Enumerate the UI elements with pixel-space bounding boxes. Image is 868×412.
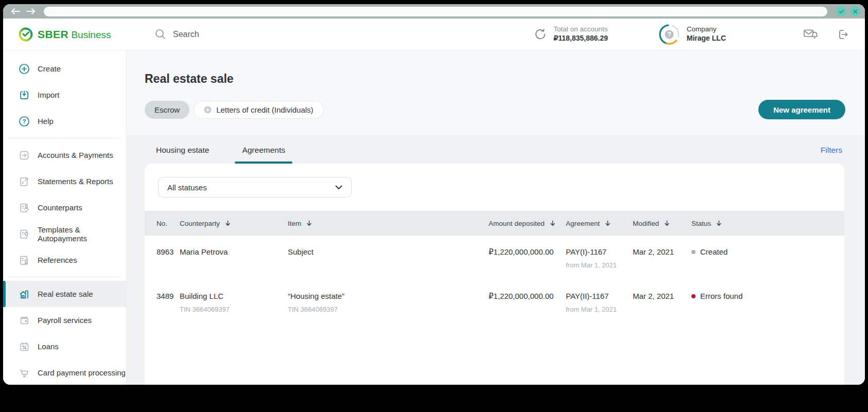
sidebar-item-real-estate-sale[interactable]: Real estate sale [3,281,126,307]
company-name: Mirage LLC [687,34,726,43]
square-arrow-icon [19,150,30,161]
sidebar-item-label: Loans [38,342,59,351]
sidebar-item-accounts-payments[interactable]: Accounts & Payments [3,142,126,168]
cell-agreement: PAY(II)-1167 from Mar 1, 2021 [566,292,633,314]
product-chips-row: Escrow Letters of credit (Individuals) N… [145,100,845,119]
content-section: Housing estate Agreements Filters All st… [127,135,865,385]
sidebar: Create Import ? Help Accounts & Payment [3,50,127,385]
svg-text:?: ? [22,118,26,124]
cell-amount: ₽1,220,000,000.00 [489,292,566,301]
search-placeholder: Search [173,30,199,39]
new-agreement-button[interactable]: New agreement [758,100,845,119]
address-bar[interactable] [44,7,827,16]
help-circle-icon: ? [19,116,30,127]
tabs-row: Housing estate Agreements Filters [145,135,844,164]
sidebar-item-statements-reports[interactable]: Statements & Reports [3,168,126,194]
cell-counterparty: Maria Petrova [180,247,288,257]
sidebar-item-label: Help [38,117,54,126]
table-row[interactable]: 8963 Maria Petrova Subject ₽1,220,000,00… [145,236,844,280]
browser-back-button[interactable] [8,8,23,15]
wallet-icon [19,315,30,326]
tab-agreements[interactable]: Agreements [242,135,285,164]
arrow-left-icon [10,8,21,15]
cell-modified: Mar 2, 2021 [633,292,691,301]
browser-forward-button[interactable] [23,8,39,15]
cart-icon: ₽ [19,367,30,379]
column-header-modified[interactable]: Modified [633,220,691,227]
sidebar-item-counterparts[interactable]: Counterparts [3,194,126,221]
sidebar-item-card-payment-processing[interactable]: ₽ Card payment processing [3,360,126,385]
sidebar-item-label: Payroll services [38,316,92,325]
chip-label: Letters of credit (Individuals) [216,105,313,114]
agreements-card: All statuses No. Counterparty [145,164,844,385]
sidebar-item-label: Statements & Reports [38,177,113,186]
mail-bell-icon [803,28,819,41]
filters-link[interactable]: Filters [819,135,844,164]
sort-icon [605,220,611,226]
sidebar-item-references[interactable]: References [3,247,126,273]
page-title: Real estate sale [145,72,845,86]
sidebar-item-label: Templates & Autopayments [38,225,126,243]
sort-icon [306,220,312,226]
sort-icon [664,220,670,226]
column-header-agreement[interactable]: Agreement [566,220,633,227]
sidebar-item-label: Card payment processing [38,368,126,377]
logout-button[interactable] [837,28,849,41]
window-confirm-button[interactable] [836,6,846,16]
sidebar-item-label: Import [38,91,60,99]
status-label: Errors found [700,292,743,301]
status-label: Created [700,247,727,257]
sidebar-item-import[interactable]: Import [3,82,126,108]
brand-suffix: Business [71,29,111,40]
search-icon [154,28,166,40]
search-input[interactable]: Search [154,28,199,40]
column-header-item[interactable]: Item [288,220,489,227]
close-icon [853,9,858,14]
sidebar-item-help[interactable]: ? Help [3,108,126,134]
item-tin: TIN 3664069397 [288,306,489,314]
table-header: No. Counterparty Item Amount deposited [145,211,844,236]
total-value: ₽118,835,886.29 [553,34,607,43]
cell-item: “Housing estate” TIN 3664069397 [288,292,489,314]
header-actions [803,28,849,41]
window-close-button[interactable] [850,6,860,16]
sidebar-item-templates-autopayments[interactable]: Templates & Autopayments [3,221,126,247]
cell-no: 8963 [157,247,180,257]
arrow-right-icon [26,8,36,15]
import-icon [19,89,30,101]
sidebar-divider [8,138,120,138]
cell-status: Created [691,247,844,257]
column-header-amount-deposited[interactable]: Amount deposited [489,220,566,227]
sidebar-item-loans[interactable]: Loans [3,333,126,360]
brand-logo[interactable]: SBER Business [19,27,138,42]
company-selector[interactable]: ? Company Mirage LLC [658,24,726,45]
sidebar-item-create[interactable]: Create [3,56,126,82]
cell-agreement: PAY(I)-1167 from Mar 1, 2021 [566,247,633,270]
status-dot [691,250,696,254]
chip-escrow[interactable]: Escrow [145,101,189,119]
brand-name: SBER [38,28,68,40]
sort-icon [225,220,231,226]
tab-housing-estate[interactable]: Housing estate [156,135,209,164]
house-icon [19,289,30,300]
sort-icon [550,220,555,226]
top-bar: SBER Business Search Total on accounts ₽… [3,19,865,50]
document-certificate-icon [19,255,30,266]
cell-status: Errors found [691,292,844,301]
total-label: Total on accounts [553,25,607,34]
chip-letters-of-credit[interactable]: Letters of credit (Individuals) [194,101,323,119]
table-row[interactable]: 3489 Building LLC TIN 3664069397 “Housin… [145,280,844,324]
top-right-group: Total on accounts ₽118,835,886.29 ? [534,24,849,45]
notifications-button[interactable] [803,28,819,41]
column-header-status[interactable]: Status [691,220,844,227]
total-on-accounts[interactable]: Total on accounts ₽118,835,886.29 [534,25,607,43]
status-filter-value: All statuses [167,183,207,192]
cell-item: Subject [288,247,489,257]
status-filter-select[interactable]: All statuses [158,177,352,198]
column-header-counterparty[interactable]: Counterparty [180,220,288,227]
sidebar-item-payroll-services[interactable]: Payroll services [3,307,126,333]
document-star-icon [19,228,30,240]
document-export-icon [19,176,30,187]
refresh-icon [534,28,547,41]
chip-label: Escrow [154,105,180,114]
